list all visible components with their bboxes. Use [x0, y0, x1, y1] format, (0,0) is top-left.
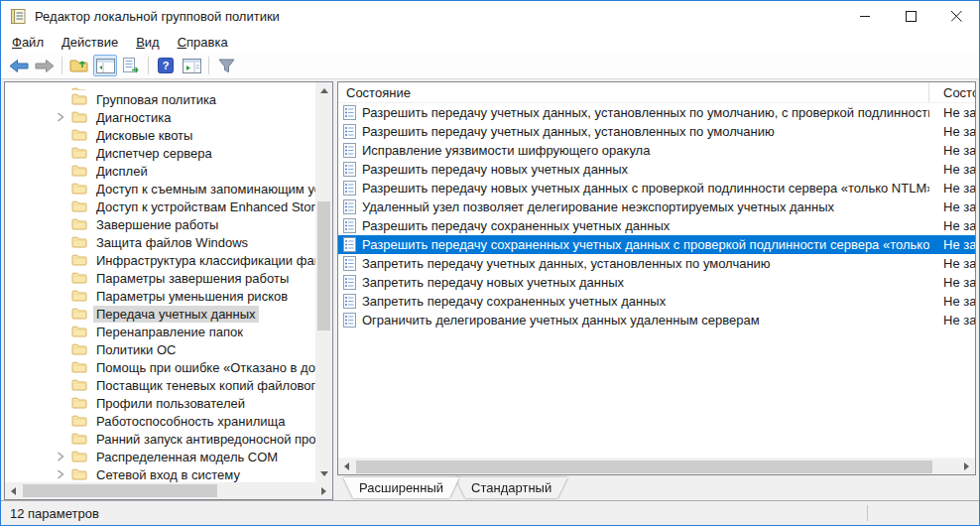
tree-item[interactable]: Диагностика	[5, 108, 315, 126]
expand-chevron-icon[interactable]	[57, 416, 71, 426]
up-one-level-icon[interactable]	[67, 55, 91, 76]
maximize-button[interactable]	[888, 1, 933, 31]
scroll-down-icon[interactable]	[315, 465, 332, 482]
policy-row[interactable]: Разрешить передачу новых учетных данных …	[338, 160, 975, 179]
expand-chevron-icon[interactable]	[57, 166, 71, 176]
expand-chevron-icon[interactable]	[57, 291, 71, 301]
column-header-state[interactable]: Состо	[929, 82, 975, 102]
expand-chevron-icon[interactable]	[57, 237, 71, 247]
policy-row[interactable]: Разрешить передачу учетных данных, устан…	[338, 122, 975, 141]
tree-item-label: Диагностика	[93, 109, 174, 126]
tree-item[interactable]: Распределенная модель COM	[5, 448, 315, 465]
policy-row[interactable]: Разрешить передачу сохраненных учетных д…	[338, 216, 975, 235]
expand-chevron-icon[interactable]	[57, 112, 71, 122]
tree-item[interactable]: Инфраструктура классификации файл	[5, 251, 315, 269]
tree-item[interactable]: Работоспособность хранилища	[5, 412, 315, 430]
policy-row[interactable]: Запретить передачу новых учетных данных …	[338, 273, 975, 292]
expand-chevron-icon[interactable]	[57, 380, 71, 390]
minimize-button[interactable]	[842, 1, 888, 31]
tree-vertical-scrollbar[interactable]	[315, 82, 332, 482]
policy-row[interactable]: Удаленный узел позволяет делегирование н…	[338, 197, 975, 216]
back-icon[interactable]	[7, 55, 31, 76]
tree-item[interactable]: Перенаправление папок	[5, 323, 315, 340]
policy-setting-icon	[343, 256, 356, 271]
policy-setting-icon	[343, 275, 356, 290]
tree-item[interactable]: Завершение работы	[5, 215, 315, 233]
policy-row[interactable]: Исправление уязвимости шифрующего оракул…	[338, 141, 975, 160]
menu-item-справка[interactable]: Справка	[169, 33, 237, 52]
policy-row[interactable]: Ограничить делегирование учетных данных …	[338, 311, 975, 329]
folder-icon	[71, 271, 87, 285]
expand-chevron-icon[interactable]	[57, 327, 71, 336]
policy-setting-icon	[343, 199, 356, 214]
view-tab[interactable]: Стандартный	[455, 477, 567, 498]
list-hscroll-thumb[interactable]	[356, 460, 932, 473]
title-bar[interactable]: Редактор локальной групповой политики	[1, 1, 979, 31]
scroll-up-icon[interactable]	[315, 82, 332, 99]
tree-item[interactable]: Параметры завершения работы	[5, 269, 315, 287]
tree-item[interactable]: Профили пользователей	[5, 394, 315, 412]
view-tab[interactable]: Расширенный	[343, 477, 459, 498]
tree-item-label: Параметры уменьшения рисков	[93, 288, 291, 305]
tree-item[interactable]: Политики ОС	[5, 340, 315, 358]
tree-item[interactable]: Групповая политика	[5, 90, 315, 108]
tree-item[interactable]: Поставщик теневых копий файлового	[5, 376, 315, 394]
tree-item[interactable]: Дисковые квоты	[5, 126, 315, 144]
expand-chevron-icon[interactable]	[57, 273, 71, 283]
expand-chevron-icon[interactable]	[57, 398, 71, 408]
show-console-tree-icon[interactable]	[93, 55, 117, 76]
scroll-left-icon[interactable]	[5, 482, 22, 499]
forward-icon[interactable]	[33, 55, 57, 76]
scroll-right-icon[interactable]	[958, 459, 975, 475]
tree-item[interactable]: Диспетчер сервера	[5, 144, 315, 162]
menu-item-вид[interactable]: Вид	[127, 33, 169, 52]
scroll-right-icon[interactable]	[315, 482, 332, 499]
help-icon[interactable]: ?	[154, 55, 178, 76]
expand-chevron-icon[interactable]	[57, 434, 71, 444]
policy-state: Не за	[929, 105, 975, 120]
tree-item[interactable]: Параметры уменьшения рисков	[5, 287, 315, 305]
policy-name: Ограничить делегирование учетных данных …	[362, 313, 760, 328]
expand-chevron-icon[interactable]	[57, 85, 71, 90]
expand-chevron-icon[interactable]	[57, 94, 71, 104]
show-action-pane-icon[interactable]	[180, 55, 203, 76]
policy-name-cell: Разрешить передачу новых учетных данных	[338, 162, 929, 177]
close-button[interactable]	[933, 1, 979, 31]
filter-icon[interactable]	[214, 55, 238, 76]
menu-item-действие[interactable]: Действие	[53, 33, 127, 52]
scroll-left-icon[interactable]	[338, 459, 355, 475]
expand-chevron-icon[interactable]	[57, 219, 71, 229]
expand-chevron-icon[interactable]	[57, 184, 71, 194]
list-horizontal-scrollbar[interactable]	[338, 458, 975, 474]
tree-horizontal-scrollbar[interactable]	[5, 482, 332, 499]
expand-chevron-icon[interactable]	[57, 362, 71, 372]
expand-chevron-icon[interactable]	[57, 452, 71, 461]
tree-item[interactable]: Сетевой вход в систему	[5, 465, 315, 482]
tree-item[interactable]: Защита файлов Windows	[5, 233, 315, 251]
policy-name-cell: Исправление уязвимости шифрующего оракул…	[338, 143, 929, 158]
tree-item[interactable]: Передача учетных данных	[5, 305, 315, 323]
policy-row[interactable]: Разрешить передачу новых учетных данных …	[338, 179, 975, 197]
tree-item[interactable]: Доступ к устройствам Enhanced Storag	[5, 197, 315, 215]
expand-chevron-icon[interactable]	[57, 469, 71, 479]
policy-row[interactable]: Разрешить передачу сохраненных учетных д…	[338, 235, 975, 254]
column-header-setting[interactable]: Состояние	[338, 82, 929, 102]
expand-chevron-icon[interactable]	[57, 309, 71, 319]
tree-item-label: Помощь при ошибке «Отказано в дост	[93, 359, 315, 376]
expand-chevron-icon[interactable]	[57, 201, 71, 211]
tree-item[interactable]: Дисплей	[5, 162, 315, 180]
tree-item[interactable]: Помощь при ошибке «Отказано в дост	[5, 358, 315, 376]
policy-row[interactable]: Разрешить передачу учетных данных, устан…	[338, 103, 975, 122]
policy-row[interactable]: Запретить передачу сохраненных учетных д…	[338, 292, 975, 311]
policy-row[interactable]: Запретить передачу учетных данных, устан…	[338, 254, 975, 273]
expand-chevron-icon[interactable]	[57, 130, 71, 140]
expand-chevron-icon[interactable]	[57, 255, 71, 265]
expand-chevron-icon[interactable]	[57, 344, 71, 354]
export-list-icon[interactable]	[119, 55, 143, 76]
tree-item[interactable]: Доступ к съемным запоминающим уст	[5, 180, 315, 197]
tree-item[interactable]: Ранний запуск антивредоносной прогр	[5, 430, 315, 448]
tree-hscroll-thumb[interactable]	[23, 484, 217, 497]
expand-chevron-icon[interactable]	[57, 148, 71, 158]
tree-vscroll-thumb[interactable]	[317, 201, 330, 330]
menu-item-файл[interactable]: Файл	[3, 33, 53, 52]
